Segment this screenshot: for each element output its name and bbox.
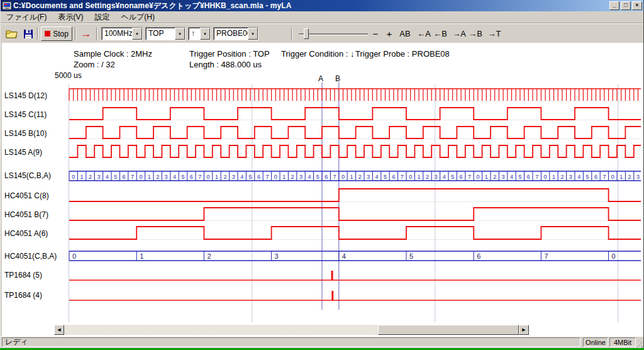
toolbar-separator <box>96 27 97 40</box>
titlebar[interactable]: C:¥Documents and Settings¥noname¥デスクトップ¥… <box>1 0 643 11</box>
zoom-slider-track[interactable] <box>299 33 368 35</box>
sample-rate-combo[interactable]: 100MHz ▼ <box>101 27 143 40</box>
channel-label-ls145-a-9: LS145 A(9) <box>4 148 67 157</box>
scroll-left-icon: ◀ <box>57 327 60 332</box>
trigger-condition-info: Trigger Condition : ↓ <box>281 49 355 59</box>
zoom-info: Zoom : / 32 <box>74 60 115 69</box>
zoom-slider-thumb[interactable] <box>304 28 309 39</box>
length-info: Length : 488.000 us <box>189 60 262 69</box>
sample-rate-value: 100MHz <box>102 28 132 40</box>
menu-settings[interactable]: 設定 <box>89 11 115 24</box>
waveform-client-area <box>2 43 643 336</box>
window-controls: _ □ × <box>609 1 642 10</box>
status-online: Online <box>583 337 608 347</box>
trigger-edge-combo[interactable]: ↑ ▼ <box>188 27 211 40</box>
trigger-probe-info: Trigger Probe : PROBE08 <box>355 49 450 59</box>
close-button[interactable]: × <box>632 1 642 10</box>
probe-value: PROBE00 <box>214 28 248 40</box>
menubar: ファイル(F) 表示(V) 設定 ヘルプ(H) <box>1 11 643 23</box>
channel-label-ls145-c-b-a: LS145(C,B,A) <box>4 171 67 181</box>
horizontal-scrollbar[interactable]: ◀ ▶ <box>54 325 529 335</box>
scroll-left-button[interactable]: ◀ <box>54 325 64 335</box>
channel-label-hc4051-c-b-a: HC4051(C,B,A) <box>4 252 67 261</box>
scroll-right-button[interactable]: ▶ <box>519 325 529 335</box>
maximize-button[interactable]: □ <box>621 1 631 10</box>
goto-b-right-button[interactable]: →B <box>467 26 484 41</box>
channel-label-ls145-b-10: LS145 B(10) <box>4 129 67 138</box>
trigger-position-value: TOP <box>146 28 175 40</box>
channel-label-ls145-d-12: LS145 D(12) <box>4 91 67 101</box>
app-window: C:¥Documents and Settings¥noname¥デスクトップ¥… <box>0 0 644 348</box>
chevron-down-icon[interactable]: ▼ <box>248 28 258 40</box>
statusbar: レディ Online 4MBit <box>1 336 643 348</box>
trigger-edge-value: ↑ <box>189 28 200 40</box>
trigger-position-info: Trigger Position : TOP <box>189 49 270 59</box>
status-memory: 4MBit <box>609 337 636 347</box>
chevron-down-icon[interactable]: ▼ <box>175 28 185 40</box>
cursor-a-label[interactable]: A <box>318 74 323 83</box>
chevron-down-icon[interactable]: ▼ <box>200 28 210 40</box>
trigger-position-combo[interactable]: TOP ▼ <box>145 27 186 40</box>
toolbar-separator <box>75 27 76 40</box>
goto-trigger-button[interactable]: →T <box>486 26 502 41</box>
status-ready: レディ <box>2 337 580 347</box>
channel-label-tp1684-5: TP1684 (5) <box>4 271 67 280</box>
chevron-down-icon[interactable]: ▼ <box>132 28 142 40</box>
menu-help[interactable]: ヘルプ(H) <box>115 11 160 24</box>
channel-label-hc4051-a-6: HC4051 A(6) <box>4 229 67 239</box>
zoom-out-button[interactable]: − <box>369 26 382 41</box>
minimize-button[interactable]: _ <box>609 1 619 10</box>
toolbar-separator <box>291 27 292 40</box>
goto-a-left-button[interactable]: ←A <box>416 26 432 41</box>
sample-clock-info: Sample Clock : 2MHz <box>74 49 152 59</box>
probe-combo[interactable]: PROBE00 ▼ <box>213 27 258 40</box>
zoom-in-button[interactable]: + <box>383 26 396 41</box>
channel-label-tp1684-4: TP1684 (4) <box>4 291 67 300</box>
channel-label-ls145-c-11: LS145 C(11) <box>4 110 67 120</box>
cursor-b-label[interactable]: B <box>335 74 340 83</box>
channel-label-hc4051-b-7: HC4051 B(7) <box>4 210 67 220</box>
channel-label-column: LS145 D(12)LS145 C(11)LS145 B(10)LS145 A… <box>1 0 70 336</box>
toolbar: Stop → 100MHz ▼ TOP ▼ ↑ ▼ PROBE00 ▼ − + … <box>1 23 643 43</box>
scroll-right-icon: ▶ <box>522 327 525 332</box>
window-title: C:¥Documents and Settings¥noname¥デスクトップ¥… <box>13 1 609 11</box>
scrollbar-thumb[interactable] <box>378 325 519 335</box>
goto-b-left-button[interactable]: ←B <box>432 26 448 41</box>
channel-label-hc4051-c-8: HC4051 C(8) <box>4 191 67 201</box>
run-button[interactable]: → <box>79 26 94 41</box>
ab-button[interactable]: AB <box>397 26 413 41</box>
goto-a-right-button[interactable]: →A <box>451 26 467 41</box>
